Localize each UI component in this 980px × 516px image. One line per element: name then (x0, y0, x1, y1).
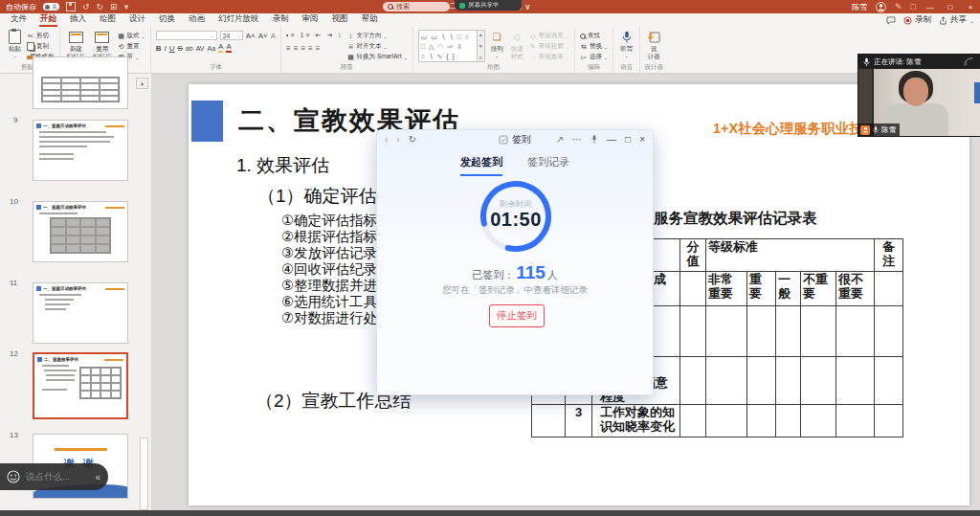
share-button[interactable]: 共享 ⌄ (939, 14, 974, 26)
redo-icon[interactable]: ↻ (97, 3, 104, 11)
avatar[interactable] (876, 2, 886, 12)
shape-gallery-scroll[interactable]: ▲ ▼ ≡ (478, 30, 485, 62)
autosave-toggle[interactable]: 关 (43, 3, 59, 11)
dictate-button[interactable]: 听写 ⌄ (618, 30, 635, 59)
designer-button[interactable]: 设 计器 (645, 30, 662, 59)
underline-button[interactable]: U (169, 44, 175, 53)
slide-thumbnail-12-selected[interactable]: 二、宣教效果评估 (33, 352, 128, 419)
close-button[interactable]: × (965, 3, 976, 11)
more-icon[interactable]: ⋯ (572, 134, 582, 145)
thumbnail-scroll-up-button[interactable]: ▲ (136, 78, 148, 89)
record-button[interactable]: 录制 (903, 14, 931, 26)
tab-insert[interactable]: 插入 (63, 13, 93, 27)
bold-button[interactable]: B (156, 44, 162, 53)
strikethrough-button[interactable]: S (178, 44, 183, 53)
replace-button[interactable]: ⇆替换⌄ (580, 42, 608, 51)
align-right-icon[interactable]: ≡ (301, 44, 305, 53)
stop-signin-button[interactable]: 停止签到 (489, 304, 545, 327)
minimize-button[interactable]: — (924, 3, 936, 11)
align-left-icon[interactable]: ≡ (286, 44, 291, 53)
cut-button[interactable]: ✂剪切 (27, 32, 55, 40)
dialog-share-icon[interactable]: ↗ (556, 134, 564, 145)
chat-quick-input[interactable]: 说点什么... « (0, 463, 108, 490)
clear-format-button[interactable]: A (271, 32, 276, 40)
font-color-button[interactable]: A (226, 43, 231, 53)
slide-thumbnail-9[interactable]: 一、宣教活动效果评估 (33, 120, 128, 181)
tab-design[interactable]: 设计 (122, 13, 152, 27)
select-button[interactable]: ▻选择⌄ (580, 53, 608, 61)
shape-fill-button[interactable]: ◇形状填充⌄ (529, 32, 569, 40)
signin-dialog[interactable]: ‹ › ↻ ↗ ⋯ — □ × 签到 发起签到 签到记录 剩余时间 01:50 … (376, 129, 654, 395)
list-buttons[interactable]: •≡ 1≡ ⇤ ⇥ ↕ (286, 32, 344, 39)
text-shadow-button[interactable]: ab (186, 45, 193, 52)
chat-collapse-icon[interactable]: « (95, 472, 100, 482)
tab-review[interactable]: 审阅 (296, 13, 325, 27)
align-center-icon[interactable]: ≡ (294, 44, 299, 53)
change-case-button[interactable]: Aa (207, 45, 215, 52)
font-name-select[interactable]: ⌄ (156, 31, 217, 40)
thumbnail-scrollbar-thumb[interactable] (140, 437, 148, 510)
char-spacing-button[interactable]: AV (196, 45, 205, 52)
italic-button[interactable]: I (164, 44, 166, 53)
quick-access-chevron-icon[interactable]: ▾ (124, 3, 129, 11)
pin-icon[interactable] (590, 135, 598, 144)
quick-access-icon[interactable]: ⊞ (110, 3, 118, 11)
copy-button[interactable]: 复制 (27, 42, 55, 51)
reset-button[interactable]: ⟲重置 (118, 42, 145, 51)
pencil-icon[interactable]: ✎ (895, 3, 902, 11)
arrange-button[interactable]: ❏ 排列 ⌄ (489, 30, 505, 59)
new-slide-button[interactable]: 新建 幻灯片 (65, 30, 88, 59)
justify-icon[interactable]: ≡ (308, 44, 313, 53)
slide-thumbnail-10[interactable]: 一、宣教活动效果评估 (33, 201, 128, 262)
slide-heading-1[interactable]: 1. 效果评估 (236, 153, 329, 178)
grow-font-button[interactable]: A˄ (246, 32, 256, 40)
alignment-buttons[interactable]: ≡ ≡ ≡ ≡ ≡ (286, 42, 344, 54)
columns-icon[interactable]: ≡ (316, 44, 321, 53)
dialog-close-icon[interactable]: × (639, 134, 645, 145)
tab-animations[interactable]: 动画 (182, 13, 212, 27)
chat-placeholder[interactable]: 说点什么... (26, 471, 89, 483)
smartart-button[interactable]: ▦转换为 SmartArt⌄ (347, 53, 408, 61)
slide-step-list[interactable]: ①确定评估指标 ②根据评估指标 ③发放评估记录 ④回收评估纪录 ⑤整理数据并进 … (281, 213, 377, 326)
dialog-maximize-icon[interactable]: □ (625, 134, 631, 145)
reuse-slides-button[interactable]: 重用 幻灯片 (91, 30, 114, 59)
shrink-font-button[interactable]: A˅ (258, 32, 268, 40)
tab-file[interactable]: 文件 (4, 13, 33, 27)
dialog-minimize-icon[interactable]: — (607, 134, 616, 145)
search-box[interactable]: 搜索 (383, 2, 450, 11)
ribbon-options-icon[interactable]: □ (911, 3, 916, 11)
highlight-color-button[interactable]: A (218, 43, 223, 53)
align-text-button[interactable]: ⌸对齐文本⌄ (347, 42, 408, 51)
maximize-button[interactable]: □ (945, 3, 956, 11)
shape-outline-button[interactable]: ✎形状轮廓⌄ (529, 42, 569, 51)
find-button[interactable]: 查找 (580, 32, 608, 40)
slide-thumbnail-11[interactable]: 一、宣教活动效果评估 (33, 282, 128, 344)
tab-record[interactable]: 录制 (266, 13, 296, 27)
shape-effects-button[interactable]: ◌形状效果⌄ (529, 53, 569, 61)
refresh-icon[interactable]: ↻ (409, 134, 416, 145)
emoji-icon[interactable] (7, 470, 20, 483)
paste-button[interactable]: 粘贴 ⌄ (7, 30, 23, 59)
tab-start-signin[interactable]: 发起签到 (460, 155, 502, 176)
dialog-tabs: 发起签到 签到记录 (377, 155, 653, 176)
tab-help[interactable]: 帮助 (355, 13, 385, 27)
undo-icon[interactable]: ↺ (82, 3, 90, 11)
back-icon[interactable]: ‹ (385, 134, 388, 145)
tab-home[interactable]: 开始 (33, 13, 63, 27)
layout-button[interactable]: ▦版式⌄ (118, 32, 145, 40)
comment-icon[interactable] (886, 16, 896, 25)
tab-signin-records[interactable]: 签到记录 (527, 155, 569, 176)
forward-icon[interactable]: › (396, 134, 399, 145)
shape-gallery[interactable]: ▭ ▭ ∖ ∖ □ ○ □ △ ◠ ⇨ ⇩ ○ ∖ ∿ { } (418, 30, 478, 62)
font-size-select[interactable]: 24⌄ (220, 31, 243, 40)
meeting-overlay-pill[interactable]: 屏幕共享中 (455, 0, 522, 11)
text-direction-button[interactable]: ↕文字方向⌄ (347, 32, 408, 40)
webcam-overlay[interactable]: 正在讲话: 陈雪 陈雪 (858, 55, 980, 136)
quick-styles-button[interactable]: ◇ 快速 样式 (509, 30, 525, 59)
slide-thumbnail-partial[interactable] (33, 56, 128, 109)
tab-transitions[interactable]: 切换 (152, 13, 182, 27)
tab-slideshow[interactable]: 幻灯片放映 (212, 13, 266, 27)
tab-draw[interactable]: 绘图 (93, 13, 122, 27)
tab-view[interactable]: 视图 (325, 13, 355, 27)
save-icon[interactable] (66, 2, 76, 11)
